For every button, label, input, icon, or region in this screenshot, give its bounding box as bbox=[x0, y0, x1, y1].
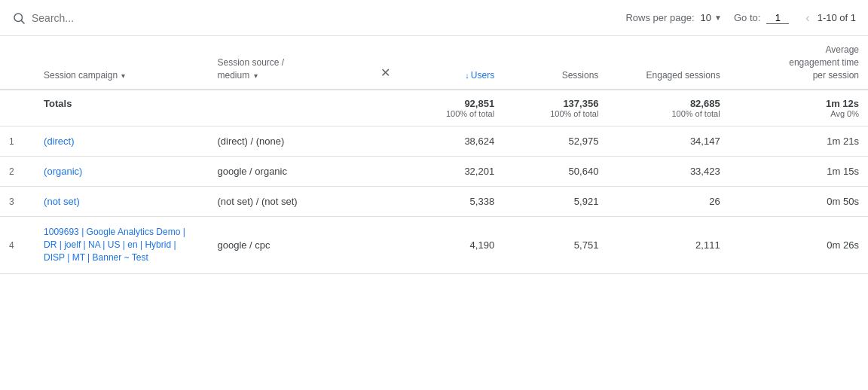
chevron-down-icon: ▼ bbox=[714, 14, 722, 22]
rows-per-page-select[interactable]: 10 ▼ bbox=[701, 12, 722, 23]
toolbar: Rows per page: 10 ▼ Go to: ‹ 1-10 of 1 bbox=[0, 0, 868, 36]
row-number: 2 bbox=[0, 157, 35, 187]
table-row: 3 (not set) (not set) / (not set) 5,338 … bbox=[0, 187, 868, 217]
row-source: (not set) / (not set) bbox=[208, 187, 364, 217]
totals-engaged-cell: 82,685 100% of total bbox=[607, 90, 729, 126]
totals-x-cell bbox=[365, 90, 399, 126]
table-row: 1 (direct) (direct) / (none) 38,624 52,9… bbox=[0, 126, 868, 157]
totals-label-cell: Totals bbox=[35, 90, 365, 126]
row-x-cell bbox=[365, 217, 399, 273]
source-filter-icon: ▾ bbox=[254, 72, 258, 80]
th-x: ✕ bbox=[365, 36, 399, 90]
table-row: 2 (organic) google / organic 32,201 50,6… bbox=[0, 157, 868, 187]
th-users[interactable]: ↓Users bbox=[399, 36, 503, 90]
th-users-label: Users bbox=[471, 70, 494, 81]
row-number: 1 bbox=[0, 126, 35, 157]
data-table: Session campaign ▾ Session source /mediu… bbox=[0, 36, 868, 274]
search-input[interactable] bbox=[32, 12, 258, 24]
row-number: 3 bbox=[0, 187, 35, 217]
clear-filter-icon[interactable]: ✕ bbox=[381, 66, 390, 79]
totals-rownum bbox=[0, 90, 35, 126]
th-sessions[interactable]: Sessions bbox=[503, 36, 607, 90]
row-source: google / organic bbox=[208, 157, 364, 187]
th-campaign[interactable]: Session campaign ▾ bbox=[35, 36, 208, 90]
goto-input[interactable] bbox=[766, 12, 789, 24]
row-sessions: 50,640 bbox=[503, 157, 607, 187]
page-range: 1-10 of 1 bbox=[818, 12, 856, 23]
th-avg[interactable]: Averageengagement timeper session bbox=[729, 36, 868, 90]
row-avg: 1m 21s bbox=[729, 126, 868, 157]
th-avg-label: Averageengagement timeper session bbox=[789, 44, 859, 81]
row-source: google / cpc bbox=[208, 217, 364, 273]
prev-page-button[interactable]: ‹ bbox=[801, 10, 814, 26]
search-icon bbox=[12, 11, 26, 25]
row-campaign[interactable]: (organic) bbox=[35, 157, 208, 187]
totals-engaged: 82,685 bbox=[616, 98, 720, 109]
totals-sessions: 137,356 bbox=[512, 98, 598, 109]
table-container: Session campaign ▾ Session source /mediu… bbox=[0, 36, 868, 274]
th-source-label: Session source /medium bbox=[217, 57, 284, 81]
totals-sessions-cell: 137,356 100% of total bbox=[503, 90, 607, 126]
row-x-cell bbox=[365, 187, 399, 217]
totals-avg-cell: 1m 12s Avg 0% bbox=[729, 90, 868, 126]
goto-label: Go to: bbox=[734, 12, 760, 23]
row-campaign[interactable]: 1009693 | Google Analytics Demo | DR | j… bbox=[35, 217, 208, 273]
th-engaged-label: Engaged sessions bbox=[646, 70, 720, 81]
table-row: 4 1009693 | Google Analytics Demo | DR |… bbox=[0, 217, 868, 273]
row-users: 5,338 bbox=[399, 187, 503, 217]
row-engaged: 34,147 bbox=[607, 126, 729, 157]
row-avg: 1m 15s bbox=[729, 157, 868, 187]
row-engaged: 33,423 bbox=[607, 157, 729, 187]
rows-per-page-value: 10 bbox=[701, 12, 711, 23]
row-sessions: 5,751 bbox=[503, 217, 607, 273]
rows-per-page-label: Rows per page: bbox=[625, 12, 694, 23]
th-sessions-label: Sessions bbox=[562, 70, 599, 81]
totals-label: Totals bbox=[44, 98, 72, 109]
totals-users: 92,851 bbox=[408, 98, 494, 109]
totals-sessions-sub: 100% of total bbox=[512, 109, 598, 118]
row-users: 4,190 bbox=[399, 217, 503, 273]
row-avg: 0m 26s bbox=[729, 217, 868, 273]
totals-users-sub: 100% of total bbox=[408, 109, 494, 118]
totals-users-cell: 92,851 100% of total bbox=[399, 90, 503, 126]
totals-row: Totals 92,851 100% of total 137,356 100%… bbox=[0, 90, 868, 126]
row-users: 32,201 bbox=[399, 157, 503, 187]
row-sessions: 5,921 bbox=[503, 187, 607, 217]
svg-point-0 bbox=[14, 14, 23, 22]
row-x-cell bbox=[365, 126, 399, 157]
row-number: 4 bbox=[0, 217, 35, 273]
row-engaged: 2,111 bbox=[607, 217, 729, 273]
table-header-row: Session campaign ▾ Session source /mediu… bbox=[0, 36, 868, 90]
totals-engaged-sub: 100% of total bbox=[616, 109, 720, 118]
th-rownum bbox=[0, 36, 35, 90]
th-source[interactable]: Session source /medium ▾ bbox=[208, 36, 364, 90]
totals-avg: 1m 12s bbox=[738, 98, 859, 109]
row-campaign[interactable]: (direct) bbox=[35, 126, 208, 157]
row-campaign[interactable]: (not set) bbox=[35, 187, 208, 217]
row-avg: 0m 50s bbox=[729, 187, 868, 217]
th-engaged[interactable]: Engaged sessions bbox=[607, 36, 729, 90]
pagination-area: Rows per page: 10 ▼ Go to: ‹ 1-10 of 1 bbox=[625, 10, 856, 26]
row-source: (direct) / (none) bbox=[208, 126, 364, 157]
row-x-cell bbox=[365, 157, 399, 187]
totals-avg-sub: Avg 0% bbox=[738, 109, 859, 118]
search-area bbox=[12, 11, 258, 25]
row-sessions: 52,975 bbox=[503, 126, 607, 157]
row-engaged: 26 bbox=[607, 187, 729, 217]
sort-desc-icon: ↓ bbox=[465, 71, 469, 80]
svg-line-1 bbox=[21, 20, 24, 23]
nav-arrows: ‹ 1-10 of 1 bbox=[801, 10, 856, 26]
campaign-filter-icon: ▾ bbox=[121, 72, 125, 80]
th-campaign-label: Session campaign bbox=[44, 70, 118, 81]
row-users: 38,624 bbox=[399, 126, 503, 157]
